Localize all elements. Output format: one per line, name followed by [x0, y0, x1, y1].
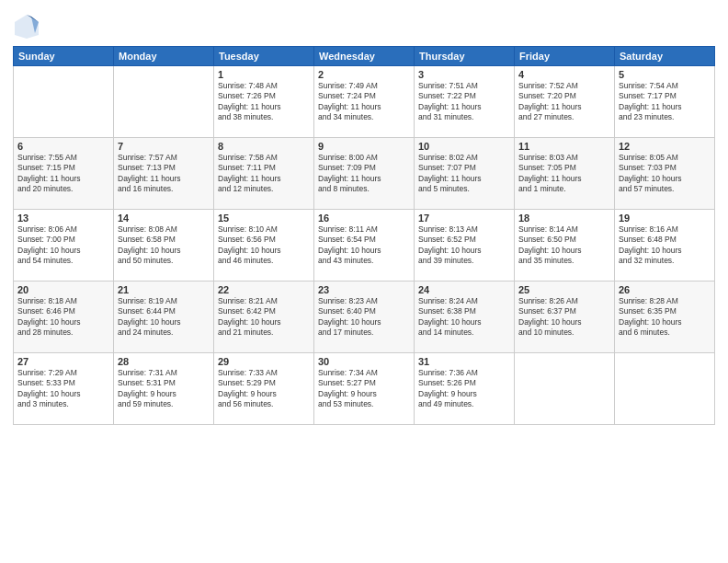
day-info: Sunrise: 7:52 AM Sunset: 7:20 PM Dayligh…	[518, 81, 610, 123]
day-number: 14	[118, 213, 210, 224]
calendar-cell: 30Sunrise: 7:34 AM Sunset: 5:27 PM Dayli…	[314, 353, 415, 425]
day-info: Sunrise: 7:58 AM Sunset: 7:11 PM Dayligh…	[218, 153, 310, 195]
calendar-cell: 1Sunrise: 7:48 AM Sunset: 7:26 PM Daylig…	[214, 66, 314, 138]
day-info: Sunrise: 8:10 AM Sunset: 6:56 PM Dayligh…	[218, 224, 310, 267]
weekday-header-saturday: Saturday	[615, 47, 715, 66]
day-number: 17	[418, 213, 510, 224]
calendar-table: SundayMondayTuesdayWednesdayThursdayFrid…	[13, 46, 715, 425]
weekday-header-monday: Monday	[114, 47, 214, 66]
day-info: Sunrise: 8:19 AM Sunset: 6:44 PM Dayligh…	[118, 296, 210, 339]
calendar-cell: 13Sunrise: 8:06 AM Sunset: 7:00 PM Dayli…	[14, 210, 114, 282]
day-info: Sunrise: 7:49 AM Sunset: 7:24 PM Dayligh…	[318, 81, 410, 123]
day-number: 28	[118, 356, 210, 367]
day-number: 26	[619, 284, 711, 295]
calendar-cell: 18Sunrise: 8:14 AM Sunset: 6:50 PM Dayli…	[515, 210, 615, 282]
day-number: 1	[218, 69, 310, 80]
calendar-cell	[114, 66, 214, 138]
day-info: Sunrise: 8:05 AM Sunset: 7:03 PM Dayligh…	[619, 153, 711, 195]
day-info: Sunrise: 7:54 AM Sunset: 7:17 PM Dayligh…	[619, 81, 711, 123]
day-info: Sunrise: 8:28 AM Sunset: 6:35 PM Dayligh…	[619, 296, 711, 339]
day-number: 27	[17, 356, 109, 367]
calendar-cell: 14Sunrise: 8:08 AM Sunset: 6:58 PM Dayli…	[114, 210, 214, 282]
calendar-cell: 25Sunrise: 8:26 AM Sunset: 6:37 PM Dayli…	[515, 282, 615, 353]
weekday-header-thursday: Thursday	[415, 47, 515, 66]
calendar-cell: 7Sunrise: 7:57 AM Sunset: 7:13 PM Daylig…	[114, 138, 214, 210]
day-number: 29	[218, 356, 310, 367]
calendar-cell: 4Sunrise: 7:52 AM Sunset: 7:20 PM Daylig…	[515, 66, 615, 138]
calendar-cell: 6Sunrise: 7:55 AM Sunset: 7:15 PM Daylig…	[14, 138, 114, 210]
day-info: Sunrise: 7:29 AM Sunset: 5:33 PM Dayligh…	[17, 368, 109, 410]
day-info: Sunrise: 8:08 AM Sunset: 6:58 PM Dayligh…	[118, 224, 210, 267]
day-info: Sunrise: 8:18 AM Sunset: 6:46 PM Dayligh…	[17, 296, 109, 339]
day-number: 25	[518, 284, 610, 295]
day-info: Sunrise: 8:03 AM Sunset: 7:05 PM Dayligh…	[518, 153, 610, 195]
day-info: Sunrise: 8:02 AM Sunset: 7:07 PM Dayligh…	[418, 153, 510, 195]
day-info: Sunrise: 7:31 AM Sunset: 5:31 PM Dayligh…	[118, 368, 210, 410]
day-number: 10	[418, 141, 510, 152]
day-info: Sunrise: 7:34 AM Sunset: 5:27 PM Dayligh…	[318, 368, 410, 410]
weekday-header-sunday: Sunday	[14, 47, 114, 66]
calendar-cell: 10Sunrise: 8:02 AM Sunset: 7:07 PM Dayli…	[415, 138, 515, 210]
day-info: Sunrise: 7:36 AM Sunset: 5:26 PM Dayligh…	[418, 368, 510, 410]
calendar-week-3: 13Sunrise: 8:06 AM Sunset: 7:00 PM Dayli…	[14, 210, 715, 282]
day-number: 15	[218, 213, 310, 224]
calendar-cell: 9Sunrise: 8:00 AM Sunset: 7:09 PM Daylig…	[314, 138, 415, 210]
day-info: Sunrise: 7:55 AM Sunset: 7:15 PM Dayligh…	[17, 153, 109, 195]
day-number: 4	[518, 69, 610, 80]
calendar-cell: 28Sunrise: 7:31 AM Sunset: 5:31 PM Dayli…	[114, 353, 214, 425]
calendar-cell	[515, 353, 615, 425]
day-number: 31	[418, 356, 510, 367]
day-number: 30	[318, 356, 410, 367]
day-number: 16	[318, 213, 410, 224]
day-number: 7	[118, 141, 210, 152]
calendar-cell: 5Sunrise: 7:54 AM Sunset: 7:17 PM Daylig…	[615, 66, 715, 138]
calendar-cell: 17Sunrise: 8:13 AM Sunset: 6:52 PM Dayli…	[415, 210, 515, 282]
day-number: 22	[218, 284, 310, 295]
calendar-cell: 12Sunrise: 8:05 AM Sunset: 7:03 PM Dayli…	[615, 138, 715, 210]
calendar-week-2: 6Sunrise: 7:55 AM Sunset: 7:15 PM Daylig…	[14, 138, 715, 210]
day-info: Sunrise: 8:00 AM Sunset: 7:09 PM Dayligh…	[318, 153, 410, 195]
day-info: Sunrise: 8:23 AM Sunset: 6:40 PM Dayligh…	[318, 296, 410, 339]
calendar-cell: 15Sunrise: 8:10 AM Sunset: 6:56 PM Dayli…	[214, 210, 314, 282]
day-number: 11	[518, 141, 610, 152]
day-info: Sunrise: 8:26 AM Sunset: 6:37 PM Dayligh…	[518, 296, 610, 339]
day-number: 24	[418, 284, 510, 295]
calendar-cell: 11Sunrise: 8:03 AM Sunset: 7:05 PM Dayli…	[515, 138, 615, 210]
calendar-cell: 3Sunrise: 7:51 AM Sunset: 7:22 PM Daylig…	[415, 66, 515, 138]
calendar-cell: 27Sunrise: 7:29 AM Sunset: 5:33 PM Dayli…	[14, 353, 114, 425]
day-number: 3	[418, 69, 510, 80]
page: SundayMondayTuesdayWednesdayThursdayFrid…	[0, 0, 728, 563]
day-number: 19	[619, 213, 711, 224]
calendar-week-5: 27Sunrise: 7:29 AM Sunset: 5:33 PM Dayli…	[14, 353, 715, 425]
logo	[13, 13, 44, 40]
day-info: Sunrise: 8:14 AM Sunset: 6:50 PM Dayligh…	[518, 224, 610, 267]
day-info: Sunrise: 8:21 AM Sunset: 6:42 PM Dayligh…	[218, 296, 310, 339]
day-number: 21	[118, 284, 210, 295]
day-number: 13	[17, 213, 109, 224]
day-info: Sunrise: 8:06 AM Sunset: 7:00 PM Dayligh…	[17, 224, 109, 267]
calendar-week-4: 20Sunrise: 8:18 AM Sunset: 6:46 PM Dayli…	[14, 282, 715, 353]
day-info: Sunrise: 8:13 AM Sunset: 6:52 PM Dayligh…	[418, 224, 510, 267]
header	[13, 9, 715, 40]
calendar-cell: 26Sunrise: 8:28 AM Sunset: 6:35 PM Dayli…	[615, 282, 715, 353]
day-info: Sunrise: 8:11 AM Sunset: 6:54 PM Dayligh…	[318, 224, 410, 267]
day-info: Sunrise: 8:24 AM Sunset: 6:38 PM Dayligh…	[418, 296, 510, 339]
day-number: 9	[318, 141, 410, 152]
calendar-cell: 24Sunrise: 8:24 AM Sunset: 6:38 PM Dayli…	[415, 282, 515, 353]
day-number: 18	[518, 213, 610, 224]
day-info: Sunrise: 7:48 AM Sunset: 7:26 PM Dayligh…	[218, 81, 310, 123]
weekday-header-friday: Friday	[515, 47, 615, 66]
calendar-cell: 8Sunrise: 7:58 AM Sunset: 7:11 PM Daylig…	[214, 138, 314, 210]
calendar-cell: 29Sunrise: 7:33 AM Sunset: 5:29 PM Dayli…	[214, 353, 314, 425]
logo-icon	[13, 13, 40, 40]
calendar-week-1: 1Sunrise: 7:48 AM Sunset: 7:26 PM Daylig…	[14, 66, 715, 138]
day-number: 23	[318, 284, 410, 295]
day-info: Sunrise: 7:33 AM Sunset: 5:29 PM Dayligh…	[218, 368, 310, 410]
day-number: 2	[318, 69, 410, 80]
day-number: 8	[218, 141, 310, 152]
calendar-cell: 23Sunrise: 8:23 AM Sunset: 6:40 PM Dayli…	[314, 282, 415, 353]
day-number: 6	[17, 141, 109, 152]
calendar-cell: 20Sunrise: 8:18 AM Sunset: 6:46 PM Dayli…	[14, 282, 114, 353]
day-number: 5	[619, 69, 711, 80]
weekday-header-row: SundayMondayTuesdayWednesdayThursdayFrid…	[14, 47, 715, 66]
